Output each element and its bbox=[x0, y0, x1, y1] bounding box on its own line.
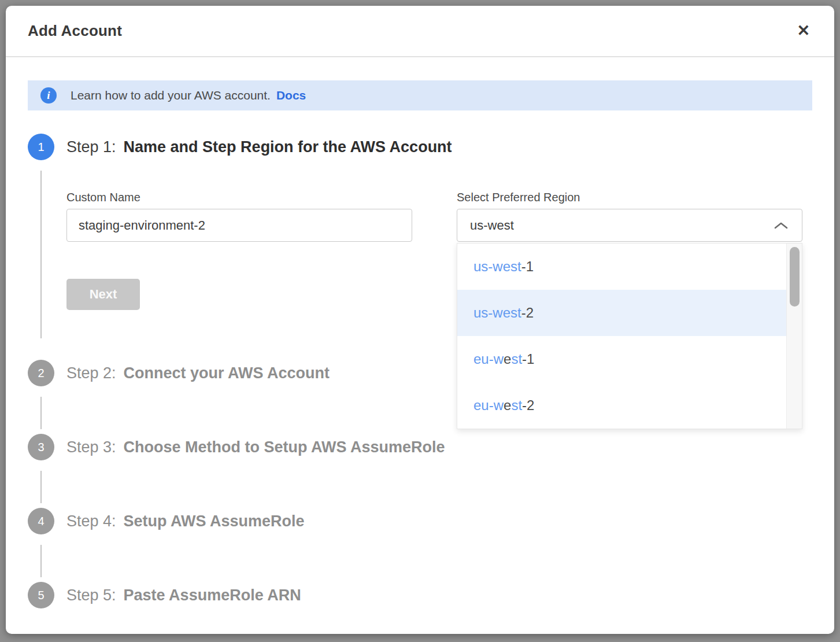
step-3-prefix: Step 3: bbox=[66, 438, 116, 456]
step-5-prefix: Step 5: bbox=[66, 586, 116, 604]
region-option-us-west-2[interactable]: us-west-2 bbox=[457, 290, 802, 336]
option-match-text: eu-w bbox=[473, 351, 504, 367]
region-select[interactable]: us-west bbox=[457, 209, 802, 242]
dropdown-scrollbar-thumb[interactable] bbox=[790, 247, 800, 307]
step-1-prefix: Step 1: bbox=[66, 138, 116, 156]
custom-name-label: Custom Name bbox=[66, 191, 140, 204]
step-1-header: 1 Step 1:Name and Step Region for the AW… bbox=[28, 134, 452, 160]
step-connector bbox=[40, 397, 42, 429]
step-connector bbox=[40, 545, 42, 577]
option-match-text: eu-w bbox=[473, 397, 504, 413]
option-match-text: us-west bbox=[473, 259, 521, 274]
step-1-badge: 1 bbox=[28, 134, 54, 160]
step-2-badge: 2 bbox=[28, 360, 54, 386]
info-banner: i Learn how to add your AWS account. Doc… bbox=[28, 80, 812, 110]
add-account-modal: Add Account ✕ i Learn how to add your AW… bbox=[6, 6, 834, 634]
info-icon: i bbox=[40, 87, 57, 104]
region-option-us-west-1[interactable]: us-west-1 bbox=[457, 243, 802, 290]
close-icon[interactable]: ✕ bbox=[794, 21, 812, 41]
option-rest-text: -2 bbox=[521, 305, 534, 320]
next-button[interactable]: Next bbox=[66, 279, 140, 310]
step-5-header: 5 Step 5:Paste AssumeRole ARN bbox=[28, 582, 301, 608]
region-option-eu-west-2[interactable]: eu-west-2 bbox=[457, 382, 802, 429]
option-rest-text: e bbox=[504, 351, 511, 367]
step-5-label: Step 5:Paste AssumeRole ARN bbox=[66, 586, 301, 604]
option-rest-text: e bbox=[504, 397, 511, 413]
step-2-label: Step 2:Connect your AWS Account bbox=[66, 364, 330, 382]
region-option-eu-west-1[interactable]: eu-west-1 bbox=[457, 336, 802, 382]
step-3-label: Step 3:Choose Method to Setup AWS Assume… bbox=[66, 438, 445, 456]
chevron-up-icon bbox=[773, 220, 789, 231]
docs-link[interactable]: Docs bbox=[276, 88, 306, 102]
step-4-badge: 4 bbox=[28, 508, 54, 534]
info-banner-text: Learn how to add your AWS account. bbox=[71, 88, 271, 102]
step-4-label: Step 4:Setup AWS AssumeRole bbox=[66, 512, 305, 530]
step-2-title: Connect your AWS Account bbox=[124, 364, 330, 382]
option-match-text: st bbox=[511, 351, 522, 367]
region-dropdown: us-west-1 us-west-2 eu-west-1 eu-west-2 bbox=[457, 243, 802, 429]
step-4-title: Setup AWS AssumeRole bbox=[124, 512, 305, 530]
page-title: Add Account bbox=[28, 22, 122, 40]
step-4-header: 4 Step 4:Setup AWS AssumeRole bbox=[28, 508, 305, 534]
step-2-header: 2 Step 2:Connect your AWS Account bbox=[28, 360, 330, 386]
modal-header: Add Account ✕ bbox=[6, 6, 834, 57]
option-rest-text: -1 bbox=[522, 351, 534, 367]
step-connector bbox=[40, 471, 42, 503]
step-5-title: Paste AssumeRole ARN bbox=[124, 586, 301, 604]
step-3-badge: 3 bbox=[28, 434, 54, 460]
region-label: Select Preferred Region bbox=[457, 191, 580, 204]
step-1-label: Step 1:Name and Step Region for the AWS … bbox=[66, 138, 452, 156]
option-match-text: us-west bbox=[473, 305, 521, 320]
step-3-title: Choose Method to Setup AWS AssumeRole bbox=[124, 438, 445, 456]
dropdown-scrollbar-track[interactable] bbox=[786, 243, 802, 429]
option-rest-text: -2 bbox=[522, 397, 534, 413]
step-4-prefix: Step 4: bbox=[66, 512, 116, 530]
step-connector bbox=[40, 171, 42, 338]
step-3-header: 3 Step 3:Choose Method to Setup AWS Assu… bbox=[28, 434, 445, 460]
step-5-badge: 5 bbox=[28, 582, 54, 608]
step-1-title: Name and Step Region for the AWS Account bbox=[124, 138, 452, 156]
option-rest-text: -1 bbox=[521, 259, 534, 274]
step-2-prefix: Step 2: bbox=[66, 364, 116, 382]
option-match-text: st bbox=[511, 397, 522, 413]
region-select-value: us-west bbox=[470, 218, 514, 233]
custom-name-input[interactable] bbox=[66, 209, 412, 242]
